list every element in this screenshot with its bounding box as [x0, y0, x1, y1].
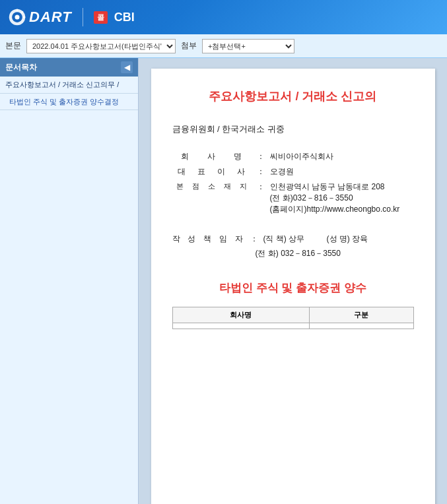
dart-logo: DART [8, 8, 72, 26]
address-line1: 인천광역시 남동구 남동대로 208 [270, 181, 414, 193]
ceo-val: 오경원 [270, 166, 414, 177]
ceo-row: 대 표 이 사 ： 오경원 [172, 166, 414, 177]
document-info-table: 회 사 명 ： 씨비아이주식회사 대 표 이 사 ： 오경원 [172, 151, 414, 215]
writer-phone-row: (전 화) 032－816－3550 [172, 248, 414, 259]
sidebar-item-sub[interactable]: 타법인 주식 및 출자증권 양수결정 [0, 94, 138, 111]
toolbar: 본문 2022.04.01 주요사항보고서(타법인주식' 첨부 +첨부선택+ [0, 34, 447, 58]
header-divider [83, 8, 83, 26]
document-select[interactable]: 2022.04.01 주요사항보고서(타법인주식' [26, 39, 176, 53]
document-title: 주요사항보고서 / 거래소 신고의 [172, 88, 414, 105]
table-header-sub2: 구분 [309, 307, 413, 323]
writer-section: 작 성 책 임 자 ： (직 책) 상무 (성 명) 장육 [172, 234, 414, 259]
header: DART 콜 CBI [0, 0, 447, 34]
document-page: 주요사항보고서 / 거래소 신고의 금융위원회 / 한국거래소 귀중 회 사 명… [151, 69, 435, 504]
phone-line: (전 화)032－816－3550 [270, 193, 414, 204]
sidebar-item-main[interactable]: 주요사항보고서 / 거래소 신고의무 / [0, 77, 138, 94]
content-area: 주요사항보고서 / 거래소 신고의 금융위원회 / 한국거래소 귀중 회 사 명… [139, 58, 447, 504]
attachment-select[interactable]: +첨부선택+ [202, 39, 294, 53]
writer-key: 작 성 책 임 자 [172, 234, 245, 245]
dart-text: DART [29, 9, 72, 26]
writer-val: (직 책) 상무 (성 명) 장육 [263, 234, 414, 245]
ceo-key: 대 표 이 사 [172, 166, 252, 177]
sidebar-collapse-button[interactable]: ◀ [121, 61, 133, 73]
document-table: 회사명 구분 [172, 307, 414, 329]
main-layout: 문서목차 ◀ 주요사항보고서 / 거래소 신고의무 / 타법인 주식 및 출자증… [0, 58, 447, 504]
company-name-key: 회 사 명 [172, 151, 252, 162]
address-key: 본 점 소 재 지 [172, 181, 252, 191]
writer-row: 작 성 책 임 자 ： (직 책) 상무 (성 명) 장육 [172, 234, 414, 245]
document-subtitle: 타법인 주식 및 출자증권 양수 [172, 280, 414, 296]
sidebar-header: 문서목차 ◀ [0, 58, 138, 77]
document-recipient: 금융위원회 / 한국거래소 귀중 [172, 123, 414, 135]
table-header-company: 회사명 [172, 307, 309, 323]
company-name-row: 회 사 명 ： 씨비아이주식회사 [172, 151, 414, 162]
address-row: 본 점 소 재 지 ： 인천광역시 남동구 남동대로 208 (전 화)032－… [172, 181, 414, 215]
cbi-label: CBI [114, 11, 135, 24]
document-label: 본문 [5, 40, 21, 51]
sidebar: 문서목차 ◀ 주요사항보고서 / 거래소 신고의무 / 타법인 주식 및 출자증… [0, 58, 139, 504]
table-row [172, 323, 413, 329]
writer-phone-val: (전 화) 032－816－3550 [256, 248, 341, 259]
attachment-label: 첨부 [181, 40, 197, 51]
address-val: 인천광역시 남동구 남동대로 208 (전 화)032－816－3550 (홈페… [270, 181, 414, 215]
homepage-line: (홈페이지)http://www.cheongbo.co.kr [270, 204, 414, 215]
dart-logo-icon [8, 8, 26, 26]
sidebar-title: 문서목차 [5, 62, 37, 73]
cbi-badge: 콜 [94, 11, 108, 24]
company-name-val: 씨비아이주식회사 [270, 151, 414, 162]
svg-point-2 [15, 15, 20, 20]
